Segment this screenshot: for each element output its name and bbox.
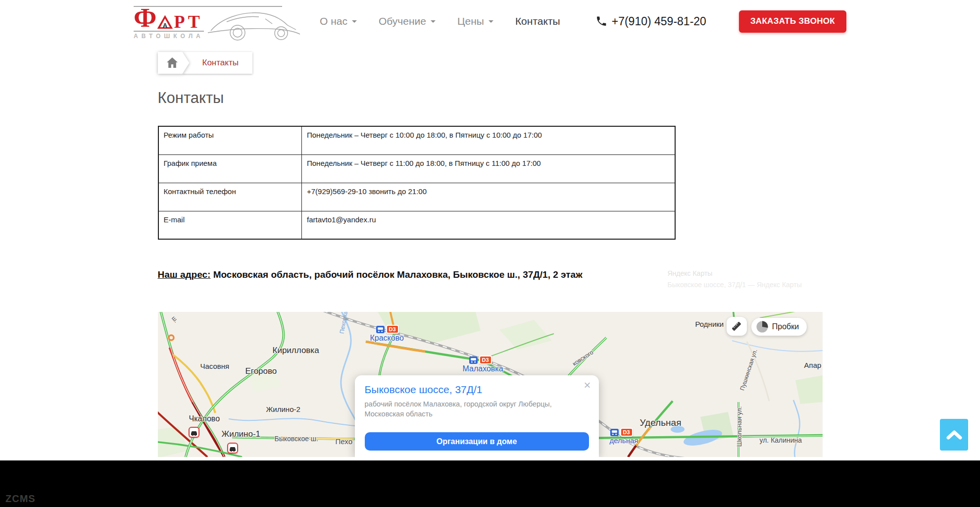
scroll-to-top-button[interactable]	[940, 419, 968, 451]
map-town-label: Часовня	[200, 362, 230, 370]
chevron-down-icon	[431, 20, 436, 25]
close-icon[interactable]: ×	[584, 379, 590, 391]
logo-divider	[134, 6, 282, 7]
map-town-label: Удельная	[640, 417, 682, 428]
logo[interactable]: Ф А РТ АВТОШКОЛА	[134, 3, 308, 40]
home-icon	[166, 57, 178, 68]
traffic-label: Пробки	[772, 322, 799, 331]
phone-number: +7(910) 459-81-20	[612, 15, 706, 28]
row-label: E-mail	[158, 211, 302, 239]
map-town-label: Родники	[695, 320, 724, 328]
train-icon	[376, 326, 385, 333]
page-title: Контакты	[158, 89, 823, 107]
map-town-label: Апар	[804, 361, 822, 369]
logo-letter-f: Ф	[134, 7, 156, 30]
main-nav: О нас Обучение Цены Контакты	[320, 15, 560, 27]
cms-credit[interactable]: ZCMS	[5, 493, 36, 505]
chevron-down-icon	[352, 20, 357, 25]
logo-letters-rt: РТ	[174, 14, 202, 30]
d3-line-badge: D3	[620, 428, 633, 437]
train-icon	[469, 356, 478, 364]
organizations-button[interactable]: Организации в доме	[365, 432, 589, 451]
address-label: Наш адрес:	[158, 269, 211, 280]
driving-triangle-icon: А	[157, 15, 173, 29]
row-value: fartavto1@yandex.ru	[302, 211, 675, 239]
breadcrumb: Контакты	[158, 52, 823, 74]
map-street-label: Школьная ул.	[735, 406, 743, 447]
train-icon	[610, 429, 619, 436]
map-station-label: Малаховка	[463, 364, 503, 373]
breadcrumb-home[interactable]	[158, 52, 190, 74]
yandex-map[interactable]: Кирилловка Часовня Егорово Чкалово Жилин…	[158, 312, 823, 457]
nav-item-prices[interactable]: Цены	[457, 15, 493, 27]
site-header: Ф А РТ АВТОШКОЛА О нас	[0, 0, 980, 43]
map-station-label: дельная	[610, 436, 638, 445]
row-label: Режим работы	[158, 126, 302, 154]
ruler-icon	[731, 321, 742, 332]
nav-item-training[interactable]: Обучение	[379, 15, 436, 27]
row-label: Контактный телефон	[158, 183, 302, 211]
map-balloon: × Быковское шоссе, 37Д/1 рабочий посёлок…	[355, 375, 599, 457]
map-town-label: Жилино-1	[222, 429, 261, 439]
logo-text: Ф А РТ АВТОШКОЛА	[134, 7, 204, 40]
map-town-label: Егорово	[245, 366, 277, 376]
road-accident-icon	[189, 427, 199, 438]
order-call-button[interactable]: ЗАКАЗАТЬ ЗВОНОК	[739, 10, 846, 33]
row-value: +7(929)569-29-10 звонить до 21:00	[302, 183, 675, 211]
row-label: График приема	[158, 154, 302, 183]
road-accident-icon	[227, 443, 238, 454]
map-street-label: ул. Калинина	[760, 436, 802, 444]
station-malakhovka: D3	[469, 355, 492, 364]
row-value: Понедельник – Четверг с 10:00 до 18:00, …	[302, 126, 675, 154]
nav-item-about[interactable]: О нас	[320, 15, 357, 27]
table-row: Режим работы Понедельник – Четверг с 10:…	[158, 126, 675, 154]
chevron-down-icon	[489, 20, 493, 25]
traffic-circle-icon	[756, 320, 769, 333]
map-station-label: Красково	[370, 334, 404, 343]
ruler-button[interactable]	[727, 317, 747, 336]
nav-item-contacts[interactable]: Контакты	[515, 15, 560, 27]
balloon-subtitle: рабочий посёлок Малаховка, городской окр…	[365, 400, 583, 419]
map-town-label: Чкалово	[189, 414, 220, 423]
chevron-up-icon	[945, 429, 963, 440]
d3-line-badge: D3	[479, 355, 492, 364]
table-row: График приема Понедельник – Четверг с 11…	[158, 154, 675, 183]
d3-line-badge: D3	[386, 325, 399, 334]
row-value: Понедельник – Четверг с 11:00 до 18:00, …	[302, 154, 675, 183]
site-footer: ZCMS	[0, 460, 980, 507]
map-town-label: Кирилловка	[273, 346, 319, 355]
header-phone[interactable]: +7(910) 459-81-20	[595, 15, 706, 28]
map-street-label: Пехо	[336, 437, 352, 446]
map-attribution: Яндекс Карты Быковское шоссе, 37Д/1 — Ян…	[668, 269, 802, 289]
station-kraskovo: D3	[376, 325, 399, 334]
map-street-label: Быковское ш.	[275, 435, 318, 443]
car-sketch-icon	[207, 9, 301, 42]
address-value: Московская область, рабочий посёлок Мала…	[213, 269, 583, 280]
phone-icon	[595, 15, 607, 27]
traffic-toggle[interactable]: Пробки	[751, 318, 807, 336]
station-udelnaya: D3	[610, 428, 633, 437]
contact-info-table: Режим работы Понедельник – Четверг с 10:…	[158, 126, 676, 240]
table-row: Контактный телефон +7(929)569-29-10 звон…	[158, 183, 675, 211]
breadcrumb-current[interactable]: Контакты	[183, 52, 252, 74]
table-row: E-mail fartavto1@yandex.ru	[158, 211, 675, 239]
map-town-label: Жилино-2	[266, 405, 300, 413]
balloon-title[interactable]: Быковское шоссе, 37Д/1	[365, 384, 589, 396]
